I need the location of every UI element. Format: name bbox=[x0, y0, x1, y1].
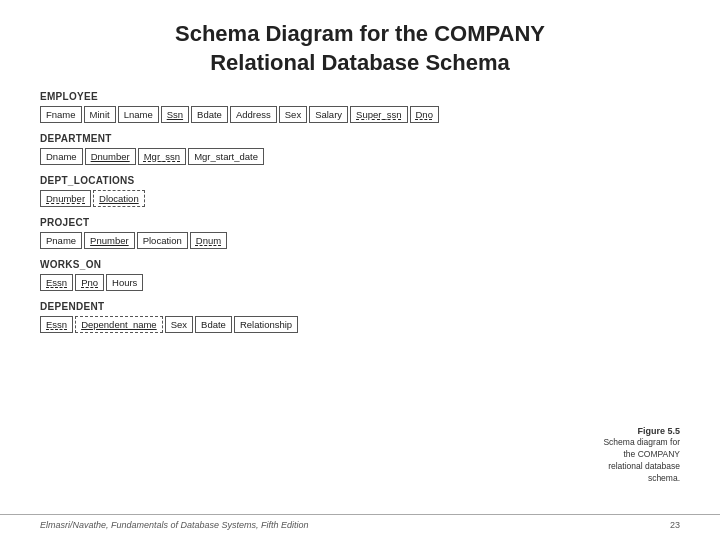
field-dnumber: Dnumber bbox=[85, 148, 136, 165]
table-fields-employee: FnameMinitLnameSsnBdateAddressSexSalaryS… bbox=[40, 106, 680, 123]
table-fields-works_on: EssnPnoHours bbox=[40, 274, 680, 291]
field-pno: Pno bbox=[75, 274, 104, 291]
field-hours: Hours bbox=[106, 274, 143, 291]
field-bdate: Bdate bbox=[191, 106, 228, 123]
field-lname: Lname bbox=[118, 106, 159, 123]
slide-title: Schema Diagram for the COMPANY Relationa… bbox=[40, 20, 680, 77]
table-name-dependent: DEPENDENT bbox=[40, 301, 680, 312]
schema-table-works_on: WORKS_ONEssnPnoHours bbox=[40, 259, 680, 291]
field-sex: Sex bbox=[279, 106, 307, 123]
field-sex: Sex bbox=[165, 316, 193, 333]
field-dnumber: Dnumber bbox=[40, 190, 91, 207]
table-fields-project: PnamePnumberPlocationDnum bbox=[40, 232, 680, 249]
field-ssn: Ssn bbox=[161, 106, 189, 123]
figure-label: Figure 5.5 bbox=[603, 425, 680, 438]
field-dnum: Dnum bbox=[190, 232, 227, 249]
table-fields-dependent: EssnDependent_nameSexBdateRelationship bbox=[40, 316, 680, 333]
title-line1: Schema Diagram for the COMPANY bbox=[40, 20, 680, 49]
field-super-ssn: Super_ssn bbox=[350, 106, 407, 123]
table-fields-dept_locations: DnumberDlocation bbox=[40, 190, 680, 207]
field-mgr-ssn: Mgr_ssn bbox=[138, 148, 186, 165]
field-dependent-name: Dependent_name bbox=[75, 316, 163, 333]
field-dno: Dno bbox=[410, 106, 439, 123]
field-essn: Essn bbox=[40, 316, 73, 333]
schema-table-department: DEPARTMENTDnameDnumberMgr_ssnMgr_start_d… bbox=[40, 133, 680, 165]
table-name-employee: EMPLOYEE bbox=[40, 91, 680, 102]
table-name-department: DEPARTMENT bbox=[40, 133, 680, 144]
content-area: EMPLOYEEFnameMinitLnameSsnBdateAddressSe… bbox=[40, 91, 680, 510]
footer-page: 23 bbox=[670, 520, 680, 530]
schema-table-dependent: DEPENDENTEssnDependent_nameSexBdateRelat… bbox=[40, 301, 680, 333]
field-mgr-start-date: Mgr_start_date bbox=[188, 148, 264, 165]
footer-text: Elmasri/Navathe, Fundamentals of Databas… bbox=[40, 520, 309, 530]
field-essn: Essn bbox=[40, 274, 73, 291]
slide: Schema Diagram for the COMPANY Relationa… bbox=[0, 0, 720, 540]
figure-note: Figure 5.5 Schema diagram for the COMPAN… bbox=[603, 425, 680, 485]
field-bdate: Bdate bbox=[195, 316, 232, 333]
field-minit: Minit bbox=[84, 106, 116, 123]
field-dname: Dname bbox=[40, 148, 83, 165]
field-salary: Salary bbox=[309, 106, 348, 123]
field-relationship: Relationship bbox=[234, 316, 298, 333]
field-dlocation: Dlocation bbox=[93, 190, 145, 207]
field-plocation: Plocation bbox=[137, 232, 188, 249]
table-name-works_on: WORKS_ON bbox=[40, 259, 680, 270]
field-pname: Pname bbox=[40, 232, 82, 249]
table-name-dept_locations: DEPT_LOCATIONS bbox=[40, 175, 680, 186]
table-name-project: PROJECT bbox=[40, 217, 680, 228]
field-fname: Fname bbox=[40, 106, 82, 123]
footer: Elmasri/Navathe, Fundamentals of Databas… bbox=[0, 514, 720, 530]
field-address: Address bbox=[230, 106, 277, 123]
schema-table-employee: EMPLOYEEFnameMinitLnameSsnBdateAddressSe… bbox=[40, 91, 680, 123]
title-line2: Relational Database Schema bbox=[40, 49, 680, 78]
figure-description: Schema diagram for the COMPANY relationa… bbox=[603, 437, 680, 485]
table-fields-department: DnameDnumberMgr_ssnMgr_start_date bbox=[40, 148, 680, 165]
schema-table-dept_locations: DEPT_LOCATIONSDnumberDlocation bbox=[40, 175, 680, 207]
schema-table-project: PROJECTPnamePnumberPlocationDnum bbox=[40, 217, 680, 249]
field-pnumber: Pnumber bbox=[84, 232, 135, 249]
